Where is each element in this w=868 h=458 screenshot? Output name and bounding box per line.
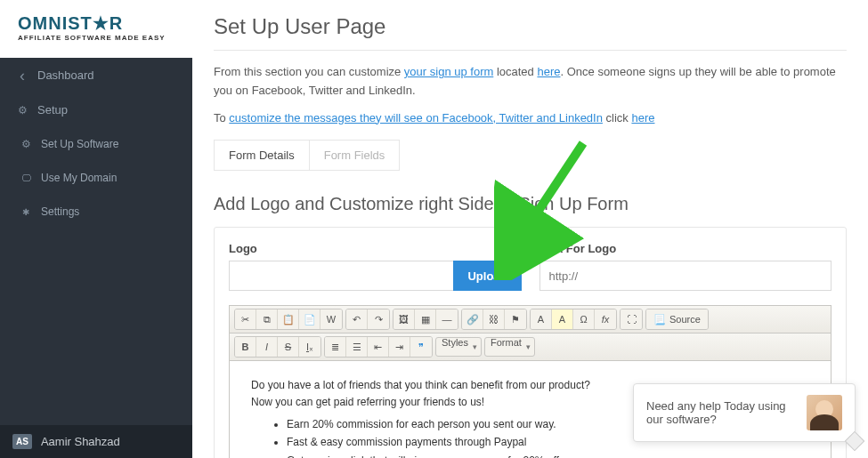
paste-text-icon[interactable]: 📄 — [299, 309, 320, 329]
outdent-icon[interactable]: ⇤ — [368, 337, 389, 357]
styles-dropdown[interactable]: Styles — [435, 337, 482, 357]
table-icon[interactable]: ▦ — [415, 309, 436, 329]
italic-icon[interactable]: I — [256, 337, 278, 357]
source-label: Source — [669, 314, 701, 325]
chevron-left-icon — [16, 69, 28, 82]
brand-accent: ★R — [93, 13, 123, 33]
sidebar-nav: Dashboard Setup Set Up Software Use My D… — [0, 58, 192, 229]
paste-word-icon[interactable]: W — [320, 309, 342, 329]
link-icon[interactable]: 🔗 — [462, 309, 483, 329]
tab-form-fields[interactable]: Form Fields — [309, 141, 400, 170]
unlink-icon[interactable]: ⛓ — [483, 309, 505, 329]
anchor-icon[interactable]: ⚑ — [505, 309, 526, 329]
sidebar-item-label: Use My Domain — [41, 172, 117, 184]
customize-messages-link[interactable]: customize the messages they will see on … — [229, 111, 603, 125]
sidebar: OMNIST★R AFFILIATE SOFTWARE MADE EASY Da… — [0, 0, 192, 458]
monitor-icon — [20, 173, 32, 183]
upload-button[interactable]: Upload — [453, 261, 521, 291]
redo-icon[interactable]: ↷ — [368, 309, 389, 329]
intro-text: click — [603, 111, 632, 125]
section-title: Add Logo and Customize right Side of Sig… — [214, 194, 847, 214]
page-title: Set Up User Page — [214, 14, 847, 39]
strike-icon[interactable]: S — [278, 337, 299, 357]
divider — [214, 50, 847, 51]
intro-text: To — [214, 111, 229, 125]
tab-form-details[interactable]: Form Details — [215, 141, 309, 170]
sidebar-item-label: Set Up Software — [41, 138, 118, 150]
styles-label: Styles — [436, 337, 481, 357]
sidebar-item-label: Setup — [37, 103, 68, 117]
intro-text: located — [493, 65, 537, 78]
hr-icon[interactable]: — — [436, 309, 458, 329]
here-link-1[interactable]: here — [537, 65, 560, 78]
cut-icon[interactable]: ✂ — [235, 309, 256, 329]
logo-label: Logo — [229, 242, 522, 255]
bg-color-icon[interactable]: A — [552, 309, 573, 329]
format-label: Format — [485, 337, 534, 357]
blockquote-icon[interactable]: ❞ — [410, 337, 432, 357]
logo-path-input[interactable] — [229, 261, 453, 291]
copy-icon[interactable]: ⧉ — [256, 309, 278, 329]
help-widget[interactable]: Need any help Today using our software? — [633, 383, 856, 442]
paste-icon[interactable]: 📋 — [278, 309, 299, 329]
sidebar-item-setup-software[interactable]: Set Up Software — [0, 127, 192, 161]
intro-text: From this section you can customize — [214, 65, 404, 78]
sidebar-item-setup[interactable]: Setup — [0, 92, 192, 127]
brand-tagline: AFFILIATE SOFTWARE MADE EASY — [18, 34, 174, 42]
help-text: Need any help Today using our software? — [646, 399, 798, 426]
logo-field: Logo Upload — [229, 242, 522, 291]
format-dropdown[interactable]: Format — [484, 337, 535, 357]
editor-bullet: Get a unique link that will give everyon… — [287, 453, 809, 458]
signup-form-link[interactable]: your sign up form — [404, 65, 493, 78]
tabs: Form Details Form Fields — [214, 140, 400, 171]
help-agent-avatar — [807, 395, 842, 430]
bold-icon[interactable]: B — [235, 337, 256, 357]
sidebar-item-label: Settings — [41, 205, 79, 218]
special-char-icon[interactable]: Ω — [573, 309, 595, 329]
source-button[interactable]: 📃 Source — [646, 309, 708, 329]
brand-name: OMNIST — [18, 13, 93, 33]
link-for-logo-input[interactable] — [539, 261, 832, 291]
clear-format-icon[interactable]: Iₓ — [299, 337, 320, 357]
indent-icon[interactable]: ⇥ — [389, 337, 410, 357]
sidebar-item-settings[interactable]: Settings — [0, 195, 192, 229]
sliders-icon — [20, 138, 32, 150]
cog-icon — [20, 207, 32, 217]
link-for-logo-label: Link For Logo — [539, 242, 832, 255]
sidebar-item-dashboard[interactable]: Dashboard — [0, 58, 192, 92]
here-link-2[interactable]: here — [631, 111, 654, 125]
intro-paragraph-1: From this section you can customize your… — [214, 63, 847, 100]
user-name: Aamir Shahzad — [41, 435, 120, 448]
bulleted-list-icon[interactable]: ☰ — [346, 337, 368, 357]
sidebar-item-label: Dashboard — [37, 68, 94, 82]
formula-icon[interactable]: fx — [595, 309, 616, 329]
image-icon[interactable]: 🖼 — [393, 309, 415, 329]
editor-toolbar-row-1: ✂ ⧉ 📋 📄 W ↶ ↷ 🖼 ▦ — 🔗 ⛓ — [230, 306, 831, 333]
numbered-list-icon[interactable]: ≣ — [325, 337, 346, 357]
current-user[interactable]: AS Aamir Shahzad — [0, 425, 192, 458]
user-avatar-initials: AS — [12, 434, 32, 449]
intro-paragraph-2: To customize the messages they will see … — [214, 109, 847, 128]
gears-icon — [16, 104, 28, 117]
sidebar-item-use-domain[interactable]: Use My Domain — [0, 161, 192, 195]
editor-toolbar-row-2: B I S Iₓ ≣ ☰ ⇤ ⇥ ❞ Styles Format — [230, 333, 831, 361]
text-color-icon[interactable]: A — [531, 309, 552, 329]
brand-logo: OMNIST★R AFFILIATE SOFTWARE MADE EASY — [0, 0, 192, 58]
link-field: Link For Logo — [539, 242, 832, 291]
maximize-icon[interactable]: ⛶ — [621, 309, 642, 329]
undo-icon[interactable]: ↶ — [346, 309, 368, 329]
